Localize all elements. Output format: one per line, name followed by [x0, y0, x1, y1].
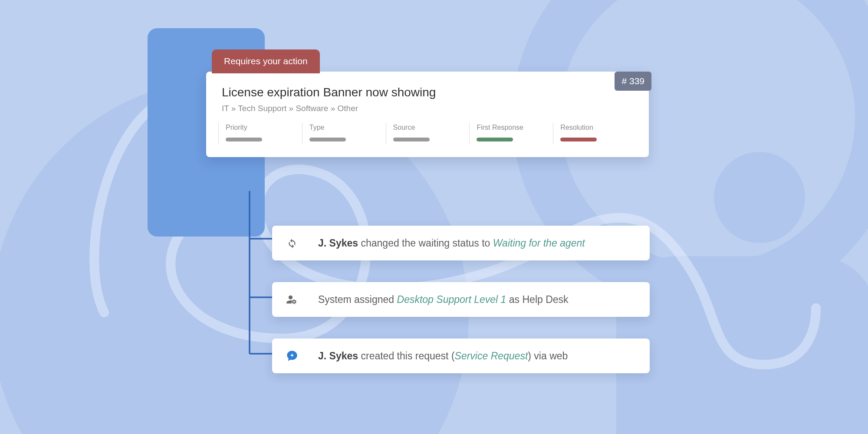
- meta-value-bar: [393, 138, 430, 141]
- meta-value-bar: [309, 138, 346, 141]
- meta-type[interactable]: Type: [302, 123, 386, 144]
- meta-first-response[interactable]: First Response: [469, 123, 553, 144]
- ticket-id-badge: # 339: [615, 72, 651, 91]
- activity-emphasis: Waiting for the agent: [493, 237, 585, 249]
- refresh-icon: [285, 236, 299, 250]
- activity-actor: J. Sykes: [318, 350, 358, 362]
- users-gear-icon: [285, 293, 299, 306]
- activity-item[interactable]: J. Sykes created this request (Service R…: [272, 339, 650, 373]
- action-banner-label: Requires your action: [224, 56, 308, 66]
- breadcrumb[interactable]: IT » Tech Support » Software » Other: [222, 104, 633, 113]
- activity-item[interactable]: J. Sykes changed the waiting status to W…: [272, 226, 650, 260]
- activity-text: J. Sykes changed the waiting status to W…: [318, 237, 585, 249]
- meta-value-bar: [226, 138, 262, 141]
- meta-label: Type: [309, 124, 386, 132]
- activity-emphasis: Service Request: [455, 350, 528, 362]
- meta-label: Source: [393, 124, 470, 132]
- meta-label: First Response: [477, 124, 553, 132]
- meta-row: Priority Type Source First Response Reso…: [206, 123, 649, 157]
- meta-value-bar: [477, 138, 513, 141]
- activity-text: System assigned Desktop Support Level 1 …: [318, 294, 569, 306]
- meta-label: Priority: [226, 124, 302, 132]
- activity-text: J. Sykes created this request (Service R…: [318, 350, 568, 362]
- ticket-card: Requires your action License expiration …: [206, 72, 649, 157]
- ticket-header: License expiration Banner now showing IT…: [206, 72, 649, 123]
- activity-emphasis: Desktop Support Level 1: [397, 294, 506, 305]
- meta-label: Resolution: [560, 124, 637, 132]
- meta-value-bar: [560, 138, 597, 141]
- meta-source[interactable]: Source: [386, 123, 470, 144]
- ticket-title: License expiration Banner now showing: [222, 85, 633, 99]
- bg-person-body: [616, 256, 868, 434]
- comment-plus-icon: [285, 349, 299, 363]
- activity-item[interactable]: System assigned Desktop Support Level 1 …: [272, 282, 650, 317]
- action-banner[interactable]: Requires your action: [212, 49, 320, 73]
- activity-actor: J. Sykes: [318, 237, 358, 249]
- meta-resolution[interactable]: Resolution: [553, 123, 637, 144]
- bg-person-head: [714, 152, 805, 243]
- meta-priority[interactable]: Priority: [218, 123, 302, 144]
